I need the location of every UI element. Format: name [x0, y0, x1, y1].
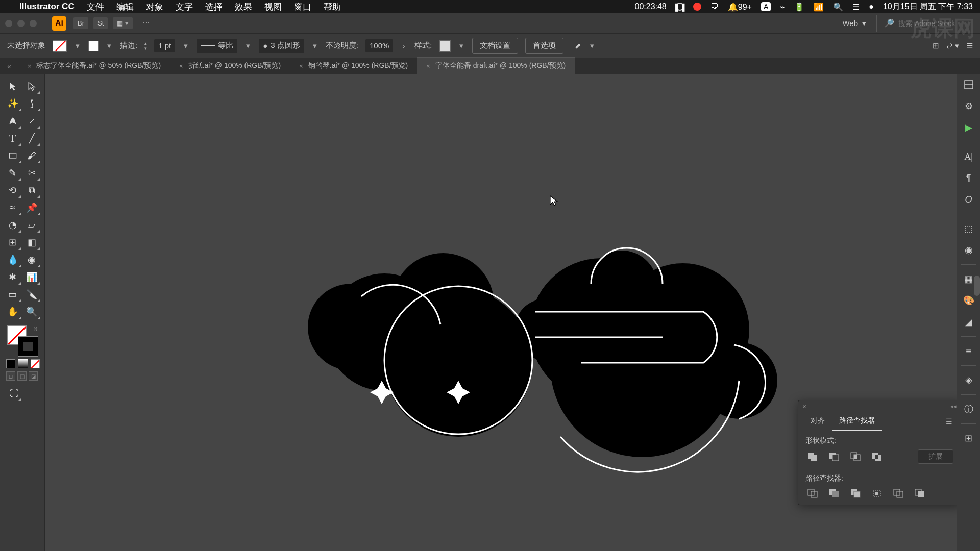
close-icon[interactable]: × [299, 62, 303, 70]
intersect-button[interactable] [848, 450, 863, 463]
pathfinder-panel[interactable]: × ◂◂ 对齐 路径查找器 ☰ 形状模式: 扩展 路径查找器: [798, 400, 957, 505]
scrollbar-thumb[interactable] [974, 276, 980, 296]
screen-mode-button[interactable]: ⛶ [3, 385, 22, 402]
document-tab[interactable]: ×字体全能番 draft.ai* @ 100% (RGB/预览) [417, 57, 575, 74]
rotate-tool[interactable]: ⟲ [3, 182, 22, 199]
style-swatch[interactable] [439, 40, 451, 52]
eyedropper-tool[interactable]: 💧 [3, 251, 22, 268]
type-tool[interactable]: T [3, 130, 22, 147]
fill-swatch[interactable] [53, 40, 67, 52]
window-close-button[interactable] [5, 20, 12, 27]
workspace-switcher[interactable]: Web▾ [842, 19, 866, 28]
selection-tool[interactable] [3, 78, 22, 95]
appearance-panel-icon[interactable]: ◉ [962, 243, 976, 257]
scissors-tool[interactable]: ✂ [22, 164, 42, 182]
crop-button[interactable] [870, 487, 884, 499]
magic-wand-tool[interactable]: ✨ [3, 95, 22, 112]
control-center-icon[interactable]: ☰ [852, 2, 860, 12]
outline-button[interactable] [891, 487, 905, 499]
document-tab[interactable]: ×钢的琴.ai* @ 100% (RGB/预览) [290, 58, 417, 74]
tab-align[interactable]: 对齐 [803, 412, 832, 431]
blend-tool[interactable]: ◉ [22, 251, 42, 268]
notification-icon[interactable]: 🔔99+ [728, 2, 752, 12]
spotlight-icon[interactable]: 🔍 [833, 2, 843, 12]
menu-help[interactable]: 帮助 [324, 1, 341, 13]
slice-tool[interactable]: 🔪 [22, 286, 42, 303]
document-tab[interactable]: ×折纸.ai* @ 100% (RGB/预览) [170, 58, 290, 74]
properties-panel-icon[interactable] [962, 78, 976, 92]
gpu-preview-icon[interactable]: 〰 [142, 19, 151, 28]
input-method-icon[interactable]: A [761, 2, 771, 11]
libraries-panel-icon[interactable]: ⚙ [962, 99, 976, 113]
draw-inside[interactable]: ◪ [29, 371, 38, 381]
color-panel-icon[interactable]: 🎨 [962, 293, 976, 308]
trim-button[interactable] [827, 487, 841, 499]
pause-icon[interactable]: ❚❚ [676, 3, 684, 11]
menu-window[interactable]: 窗口 [294, 1, 311, 13]
wechat-icon[interactable]: 🗨 [710, 2, 719, 11]
menu-edit[interactable]: 编辑 [116, 1, 134, 13]
align-panel-icon[interactable]: ⊞ [962, 431, 976, 445]
pin-tool[interactable]: 📌 [22, 199, 42, 216]
color-mode-gradient[interactable] [18, 359, 28, 368]
close-icon[interactable]: × [28, 62, 32, 70]
panel-menu-icon[interactable]: ☰ [943, 412, 955, 431]
minus-back-button[interactable] [913, 487, 927, 499]
opacity-dropdown[interactable]: › [400, 41, 407, 50]
fill-stroke-indicator[interactable]: ⤭ [7, 325, 38, 356]
window-zoom-button[interactable] [30, 20, 37, 27]
pen-tool[interactable] [3, 112, 22, 130]
stroke-profile-dropdown[interactable]: 等比 [197, 39, 237, 53]
curvature-tool[interactable]: ⟋ [22, 112, 42, 130]
close-icon[interactable]: × [179, 62, 183, 70]
preferences-button[interactable]: 首选项 [525, 38, 564, 54]
panel-menu-icon[interactable]: ☰ [966, 41, 973, 51]
merge-button[interactable] [848, 487, 863, 499]
info-panel-icon[interactable]: ⓘ [962, 402, 976, 416]
rectangle-tool[interactable] [3, 147, 22, 164]
shape-builder-tool[interactable]: ◔ [3, 216, 22, 234]
stock-button[interactable]: St [93, 17, 108, 29]
opacity-value[interactable]: 100% [365, 39, 393, 52]
arrange-dropdown[interactable]: ▦ [113, 17, 133, 29]
symbol-sprayer-tool[interactable]: ✱ [3, 268, 22, 286]
layers-panel-icon[interactable]: ◈ [962, 373, 976, 387]
draw-normal[interactable]: ◻ [6, 371, 15, 381]
tab-pathfinder[interactable]: 路径查找器 [832, 412, 882, 431]
menu-select[interactable]: 选择 [205, 1, 223, 13]
artboard-tool[interactable]: ▭ [3, 286, 22, 303]
datetime[interactable]: 10月15日 周五 下午 7:33 [883, 2, 973, 12]
transform-panel-icon[interactable]: ⬚ [962, 221, 976, 236]
fill-dropdown[interactable]: ▾ [74, 41, 81, 51]
panel-close-button[interactable]: × [802, 403, 806, 410]
play-icon[interactable]: ▶ [962, 120, 976, 135]
menu-view[interactable]: 视图 [264, 1, 282, 13]
character-panel-icon[interactable]: A| [962, 149, 976, 164]
direct-selection-tool[interactable] [22, 78, 42, 95]
record-icon[interactable] [693, 3, 701, 11]
zoom-tool[interactable]: 🔍 [22, 303, 42, 320]
lasso-tool[interactable]: ⟆ [22, 95, 42, 112]
stroke-indicator[interactable] [18, 337, 38, 356]
reflect-tool[interactable]: ⧉ [22, 182, 42, 199]
menu-effect[interactable]: 效果 [235, 1, 252, 13]
transform-button[interactable]: ⇄ ▾ [946, 41, 959, 51]
paintbrush-tool[interactable]: 🖌 [22, 147, 42, 164]
stroke-panel-icon[interactable]: ≡ [962, 344, 976, 358]
hand-tool[interactable]: ✋ [3, 303, 22, 320]
mesh-tool[interactable]: ⊞ [3, 234, 22, 251]
window-minimize-button[interactable] [17, 20, 24, 27]
canvas[interactable]: × ◂◂ 对齐 路径查找器 ☰ 形状模式: 扩展 路径查找器: [45, 74, 957, 551]
adobe-stock-search[interactable]: 🔎 [876, 15, 975, 32]
perspective-tool[interactable]: ▱ [22, 216, 42, 234]
divide-button[interactable] [805, 487, 820, 499]
document-setup-button[interactable]: 文档设置 [472, 38, 518, 54]
color-mode-none[interactable] [31, 359, 40, 368]
panel-collapse-icon[interactable]: ◂◂ [950, 403, 957, 410]
draw-behind[interactable]: ◫ [17, 371, 27, 381]
line-tool[interactable]: ╱ [22, 130, 42, 147]
search-input[interactable] [898, 19, 975, 28]
expand-button[interactable]: 扩展 [918, 449, 953, 464]
menu-object[interactable]: 对象 [146, 1, 163, 13]
menu-file[interactable]: 文件 [87, 1, 104, 13]
